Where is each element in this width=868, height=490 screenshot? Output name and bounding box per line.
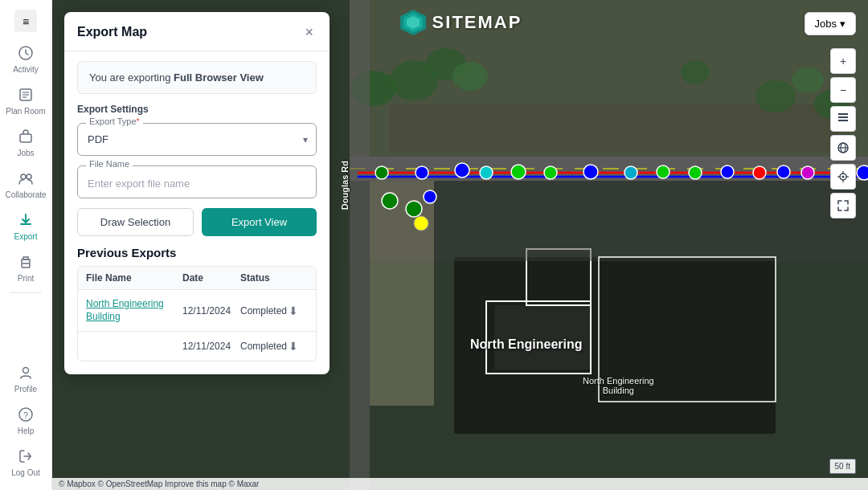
export-notice-bold: Full Browser View [174, 71, 264, 84]
svg-rect-62 [838, 116, 848, 118]
svg-rect-35 [350, 0, 370, 490]
col-action [289, 272, 308, 284]
svg-point-69 [842, 176, 845, 178]
north-engineering-sub: North EngineeringBuilding [583, 376, 654, 395]
svg-rect-10 [22, 263, 30, 267]
file-name-input[interactable] [78, 166, 316, 198]
download-row-2-icon[interactable]: ⬇ [289, 340, 308, 353]
map-area: SITEMAP [52, 0, 868, 490]
export-type-legend: Export Type* [86, 116, 143, 126]
sitemap-logo: SITEMAP [399, 8, 522, 37]
export-row-2-status: Completed [240, 341, 289, 352]
user-location-button[interactable] [830, 164, 856, 190]
export-row-1-name[interactable]: North Engineering Building [86, 298, 182, 323]
sidebar-item-logout[interactable]: Log Out [0, 442, 51, 484]
sidebar-item-planroom-label: Plan Room [6, 107, 45, 116]
logout-icon [18, 448, 34, 467]
export-type-select[interactable]: PDF PNG JPEG [78, 124, 316, 155]
button-row: Draw Selection Export View [77, 208, 317, 236]
svg-rect-7 [20, 134, 31, 142]
export-icon [18, 212, 34, 231]
export-row-1-status: Completed [240, 305, 289, 316]
table-row: 12/11/2024 Completed ⬇ [78, 332, 316, 361]
export-row-1-date: 12/11/2024 [182, 305, 240, 316]
previous-exports: Previous Exports File Name Date Status N… [64, 246, 330, 361]
panel-body: You are exporting Full Browser View Expo… [64, 51, 330, 246]
zoom-in-button[interactable]: + [830, 48, 856, 74]
sitemap-text: SITEMAP [432, 12, 522, 33]
download-row-1-icon[interactable]: ⬇ [289, 304, 308, 317]
previous-exports-title: Previous Exports [77, 246, 317, 259]
sidebar-item-export[interactable]: Export [0, 206, 51, 247]
close-button[interactable]: × [301, 23, 317, 41]
road-label: Douglas Rd [340, 161, 350, 210]
file-name-legend: File Name [86, 159, 133, 169]
jobs-chevron-icon: ▾ [840, 18, 845, 30]
svg-point-27 [452, 62, 488, 91]
exports-table: File Name Date Status North Engineering … [77, 266, 317, 361]
sidebar-item-help[interactable]: ? Help [0, 400, 51, 442]
sidebar: ≡ Activity Plan Room Jobs Collaborate Ex… [0, 0, 52, 490]
table-row: North Engineering Building 12/11/2024 Co… [78, 290, 316, 332]
sidebar-item-print[interactable]: Print [0, 247, 51, 289]
sidebar-item-export-label: Export [14, 232, 38, 241]
svg-point-8 [21, 174, 26, 179]
svg-rect-64 [838, 113, 848, 115]
export-notice: You are exporting Full Browser View [77, 61, 317, 94]
svg-point-32 [681, 60, 710, 84]
sidebar-item-profile-label: Profile [14, 385, 37, 394]
sidebar-logo: ≡ [11, 6, 40, 35]
svg-rect-63 [838, 120, 848, 121]
draw-selection-button[interactable]: Draw Selection [77, 208, 194, 236]
jobs-button-area: Jobs ▾ [805, 12, 856, 35]
svg-point-30 [792, 67, 824, 93]
table-header: File Name Date Status [78, 267, 316, 290]
map-expand-button[interactable] [830, 193, 856, 218]
profile-icon [18, 365, 34, 383]
jobs-button[interactable]: Jobs ▾ [805, 12, 856, 35]
file-name-wrapper: File Name [77, 165, 317, 198]
collaborate-icon [18, 170, 34, 189]
sidebar-item-activity[interactable]: Activity [0, 39, 51, 80]
sidebar-item-jobs[interactable]: Jobs [0, 122, 51, 164]
layers-button[interactable] [830, 106, 856, 132]
export-panel: Export Map × You are exporting Full Brow… [64, 12, 330, 374]
svg-rect-36 [370, 181, 434, 406]
sidebar-item-logout-label: Log Out [11, 468, 40, 477]
sidebar-item-planroom[interactable]: Plan Room [0, 80, 51, 122]
svg-point-9 [27, 174, 31, 179]
sidebar-item-collaborate[interactable]: Collaborate [0, 164, 51, 206]
col-date: Date [182, 272, 240, 284]
export-view-button[interactable]: Export View [202, 208, 317, 236]
sitemap-gem-icon [399, 8, 428, 37]
help-icon: ? [18, 406, 34, 425]
svg-point-29 [755, 80, 796, 112]
map-controls: + − [830, 48, 856, 218]
export-type-wrapper: Export Type* PDF PNG JPEG ▾ [77, 123, 317, 156]
col-status: Status [240, 272, 289, 284]
globe-button[interactable] [830, 135, 856, 161]
sidebar-item-print-label: Print [18, 274, 35, 283]
sidebar-item-collaborate-label: Collaborate [5, 190, 46, 199]
jobs-label: Jobs [815, 18, 837, 30]
sidebar-item-activity-label: Activity [13, 65, 39, 74]
export-row-2-date: 12/11/2024 [182, 341, 240, 352]
export-notice-prefix: You are exporting [89, 71, 174, 84]
activity-icon [18, 45, 34, 63]
svg-point-12 [23, 368, 29, 374]
scale-indicator: 50 ft [829, 459, 856, 474]
svg-text:?: ? [23, 410, 28, 420]
panel-header: Export Map × [64, 12, 330, 51]
sidebar-item-jobs-label: Jobs [17, 149, 34, 157]
export-settings-label: Export Settings [77, 104, 317, 115]
sidebar-item-profile[interactable]: Profile [0, 358, 51, 400]
svg-rect-11 [23, 257, 28, 259]
print-icon [18, 254, 34, 272]
planroom-icon [18, 87, 34, 105]
sidebar-item-help-label: Help [18, 427, 35, 435]
jobs-icon [18, 129, 34, 147]
zoom-out-button[interactable]: − [830, 77, 856, 103]
svg-text:≡: ≡ [23, 15, 29, 28]
map-attribution: © Mapbox © OpenStreetMap Improve this ma… [52, 478, 868, 490]
panel-title: Export Map [77, 25, 147, 39]
